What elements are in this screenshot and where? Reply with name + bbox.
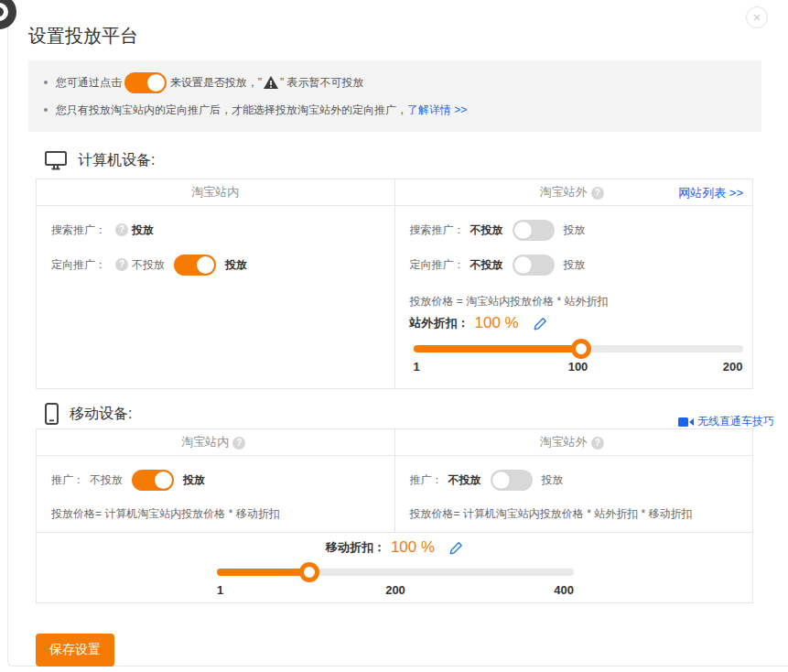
on-label: 投放 <box>564 222 586 238</box>
learn-more-link[interactable]: 了解详情 >> <box>407 103 467 118</box>
mobile-section-title: 移动设备: <box>70 405 132 424</box>
computer-offsite-cell: 搜索推广： 不投放 投放 定向推广： 不投放 投放 投放价格 = 淘宝站内投放价… <box>394 206 753 389</box>
slider-handle[interactable] <box>571 339 591 359</box>
toggle-knob <box>147 74 165 92</box>
site-list-link[interactable]: 网站列表 >> <box>678 179 743 206</box>
computer-table: 淘宝站内 淘宝站外? 网站列表 >> 搜索推广： ? 投放 定向推广： ? <box>36 179 753 389</box>
off-label: 不投放 <box>470 257 503 273</box>
toggle-knob <box>492 471 510 489</box>
slider-fill <box>414 345 582 352</box>
notice-text: 来设置是否投放，" <box>167 75 262 91</box>
row-label: 定向推广： <box>410 257 465 273</box>
notice-text: 您可通过点击 <box>56 75 124 91</box>
notice-line-1: 您可通过点击 来设置是否投放，" " 表示暂不可投放 <box>41 69 749 96</box>
row-label: 推广： <box>51 472 84 488</box>
slider-track[interactable] <box>217 569 574 576</box>
offsite-discount-value: 100 % <box>475 314 519 332</box>
on-label: 投放 <box>225 257 247 273</box>
slider-handle[interactable] <box>299 562 319 582</box>
toggle-knob <box>514 256 532 274</box>
tips-link-label: 无线直通车技巧 <box>697 414 774 429</box>
mobile-discount-value: 100 % <box>391 538 435 557</box>
discount-label: 移动折扣： <box>326 539 385 556</box>
tick-min: 1 <box>414 360 420 374</box>
slider-ticks: 1 200 400 <box>217 583 574 598</box>
off-label: 不投放 <box>470 222 503 238</box>
mobile-onsite-promo-row: 推广： 不投放 投放 <box>51 469 385 491</box>
warning-icon <box>264 76 278 89</box>
discount-label: 站外折扣： <box>410 315 470 331</box>
computer-onsite-header: 淘宝站内 <box>37 179 395 206</box>
mobile-offsite-header: 淘宝站外? <box>394 429 753 456</box>
tick-max: 200 <box>723 360 743 374</box>
off-label: 不投放 <box>132 257 165 273</box>
row-label: 推广： <box>410 472 443 488</box>
tick-min: 1 <box>217 583 223 597</box>
tick-mid: 100 <box>568 360 588 374</box>
on-label: 投放 <box>183 472 205 488</box>
pc-onsite-search-row: 搜索推广： ? 投放 <box>51 219 385 241</box>
column-header-label: 淘宝站外 <box>540 435 588 449</box>
edit-pencil-icon[interactable] <box>534 317 547 331</box>
search-status-value: 投放 <box>132 222 154 238</box>
mobile-offsite-promo-row: 推广： 不投放 投放 <box>410 469 744 491</box>
offsite-discount-slider: 1 100 200 <box>414 345 743 374</box>
mobile-table: 淘宝站内? 淘宝站外? 推广： 不投放 投放 投放价格= 计算机淘宝站内投放价格… <box>36 428 753 603</box>
help-icon[interactable]: ? <box>115 258 128 271</box>
wireless-tips-link[interactable]: 无线直通车技巧 <box>678 414 774 429</box>
pc-onsite-target-toggle[interactable] <box>174 255 216 276</box>
page-title: 设置投放平台 <box>28 0 788 49</box>
pc-offsite-target-row: 定向推广： 不投放 投放 <box>410 254 744 276</box>
example-toggle[interactable] <box>124 72 167 93</box>
edit-pencil-icon[interactable] <box>449 541 463 555</box>
on-label: 投放 <box>542 472 564 488</box>
help-icon[interactable]: ? <box>591 187 604 200</box>
help-icon[interactable]: ? <box>232 437 245 450</box>
bullet-icon <box>44 81 48 84</box>
pc-offsite-target-toggle[interactable] <box>513 255 555 276</box>
mobile-offsite-promo-toggle[interactable] <box>491 470 533 491</box>
computer-onsite-cell: 搜索推广： ? 投放 定向推广： ? 不投放 投放 <box>37 206 395 389</box>
save-settings-button[interactable]: 保存设置 <box>36 634 114 667</box>
tick-max: 400 <box>554 583 574 597</box>
slider-track[interactable] <box>414 345 743 352</box>
mobile-offsite-cell: 推广： 不投放 投放 投放价格= 计算机淘宝站内投放价格 * 站外折扣 * 移动… <box>394 456 753 533</box>
computer-offsite-header: 淘宝站外? 网站列表 >> <box>394 179 753 206</box>
offsite-price-formula: 投放价格 = 淘宝站内投放价格 * 站外折扣 <box>410 294 609 309</box>
pc-offsite-search-toggle[interactable] <box>513 220 555 241</box>
toggle-knob <box>197 256 214 274</box>
off-label: 不投放 <box>448 472 481 488</box>
tick-mid: 200 <box>385 583 405 597</box>
off-label: 不投放 <box>90 472 123 488</box>
mobile-onsite-promo-toggle[interactable] <box>132 470 174 491</box>
pc-onsite-target-row: 定向推广： ? 不投放 投放 <box>51 254 385 276</box>
pc-offsite-search-row: 搜索推广： 不投放 投放 <box>410 219 744 241</box>
notice-box: 您可通过点击 来设置是否投放，" " 表示暂不可投放 您只有投放淘宝站内的定向推… <box>28 60 761 132</box>
offsite-discount-line: 站外折扣： 100 % <box>410 314 547 332</box>
video-icon <box>678 417 694 428</box>
notice-text: " 表示暂不可投放 <box>280 75 364 91</box>
help-icon[interactable]: ? <box>115 223 128 236</box>
set-platform-dialog: × 设置投放平台 您可通过点击 来设置是否投放，" " 表示暂不可投放 您只有投… <box>7 0 788 667</box>
bullet-icon <box>44 108 48 112</box>
mobile-section-header: 移动设备: 无线直通车技巧 <box>28 402 761 426</box>
mobile-discount-slider: 1 200 400 <box>217 569 574 598</box>
phone-icon <box>45 403 59 425</box>
mobile-onsite-header: 淘宝站内? <box>37 429 395 456</box>
mobile-discount-cell: 移动折扣： 100 % 1 200 <box>37 533 753 603</box>
row-label: 搜索推广： <box>51 222 106 238</box>
on-label: 投放 <box>564 257 586 273</box>
mobile-onsite-cell: 推广： 不投放 投放 投放价格= 计算机淘宝站内投放价格 * 移动折扣 <box>37 456 395 533</box>
mobile-discount-line: 移动折扣： 100 % <box>37 538 752 557</box>
help-icon[interactable]: ? <box>591 437 604 450</box>
monitor-icon <box>45 151 67 170</box>
notice-text: 您只有投放淘宝站内的定向推广后，才能选择投放淘宝站外的定向推广， <box>56 103 407 118</box>
toggle-knob <box>155 471 172 489</box>
toggle-knob <box>514 222 532 239</box>
row-label: 定向推广： <box>51 257 106 273</box>
column-header-label: 淘宝站内 <box>191 185 239 199</box>
mobile-onsite-price-formula: 投放价格= 计算机淘宝站内投放价格 * 移动折扣 <box>51 506 280 522</box>
notice-line-2: 您只有投放淘宝站内的定向推广后，才能选择投放淘宝站外的定向推广， 了解详情 >> <box>41 96 749 124</box>
column-header-label: 淘宝站内 <box>181 435 229 449</box>
slider-fill <box>217 569 309 576</box>
